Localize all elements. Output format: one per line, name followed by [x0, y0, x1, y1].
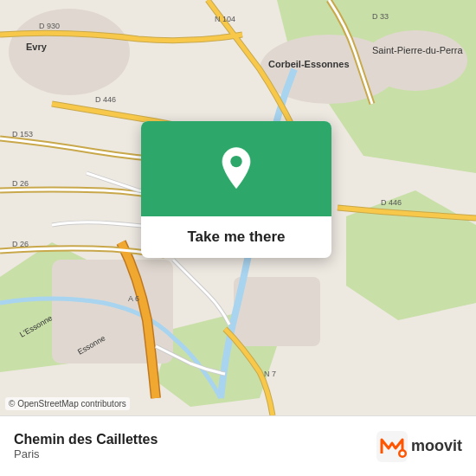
svg-point-13	[400, 451, 404, 455]
cta-button-label: Take me there	[187, 228, 285, 246]
cta-green-section	[141, 121, 331, 216]
d26-bottom-label: D 26	[12, 240, 29, 248]
n104-label: N 104	[215, 15, 235, 23]
cta-card[interactable]: Take me there	[141, 121, 331, 258]
d26-top-label: D 26	[12, 179, 29, 188]
take-me-there-button[interactable]: Take me there	[141, 216, 331, 258]
location-pin-icon	[214, 146, 259, 191]
osm-attribution: © OpenStreetMap contributors	[5, 397, 130, 410]
bottom-bar: Chemin des Caillettes Paris moovit	[0, 415, 476, 476]
moovit-logo: moovit	[376, 431, 462, 462]
place-info: Chemin des Caillettes Paris	[14, 432, 158, 460]
saint-pierre-label: Saint-Pierre-du-Perra	[372, 45, 463, 55]
svg-point-5	[9, 9, 130, 95]
moovit-logo-icon	[376, 431, 408, 462]
d930-label: D 930	[39, 22, 60, 30]
corbeil-label: Corbeil-Essonnes	[268, 59, 350, 69]
evry-label: Evry	[26, 42, 48, 52]
place-name: Chemin des Caillettes	[14, 432, 158, 447]
map-container: D 930 N 104 D 33 D 446 D 153 D 26 D 26 A…	[0, 0, 476, 415]
place-city: Paris	[14, 447, 158, 460]
moovit-text: moovit	[411, 437, 462, 455]
d446-left-label: D 446	[95, 95, 116, 104]
d153-label: D 153	[12, 130, 33, 138]
svg-rect-9	[234, 277, 320, 346]
n7-label: N 7	[264, 370, 276, 378]
d33-label: D 33	[372, 12, 389, 21]
a6-label: A 6	[128, 294, 139, 303]
d446-right-label: D 446	[381, 198, 402, 207]
svg-point-7	[363, 30, 467, 91]
svg-point-10	[230, 156, 241, 167]
